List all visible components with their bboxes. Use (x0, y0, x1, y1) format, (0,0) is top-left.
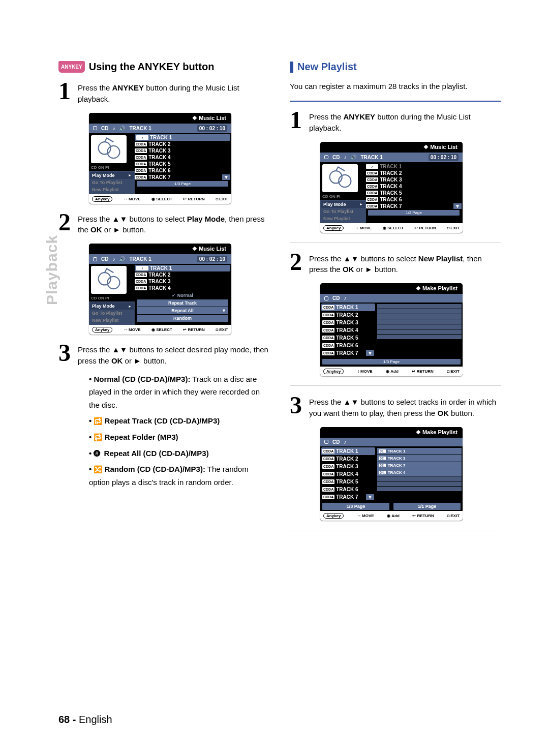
opt-repeat-track[interactable]: Repeat Track (137, 299, 228, 307)
menu-goto-playlist[interactable]: Go To Playlist (90, 179, 134, 186)
menu-play-mode[interactable]: Play Mode (321, 201, 365, 208)
left-step-2: 2 Press the ▲▼ buttons to select Play Mo… (58, 212, 269, 236)
random-icon: 🔀 (94, 464, 102, 476)
menu-new-playlist[interactable]: New Playlist (321, 215, 365, 222)
repeat-track-icon: 🔂 (94, 415, 102, 428)
divider (290, 101, 501, 102)
osd-header: CD♪🔊TRACK 1 00 : 02 : 10 (89, 124, 231, 133)
heading-anykey-text: Using the ANYKEY button (89, 61, 215, 73)
menu-new-playlist[interactable]: New Playlist (90, 317, 134, 324)
opt-random[interactable]: Random (137, 315, 228, 322)
step-number: 3 (58, 343, 71, 367)
right-step-2: 2 Press the ▲▼ buttons to select New Pla… (290, 252, 501, 276)
intro-text: You can register a maximum 28 tracks in … (290, 81, 501, 92)
step-number: 2 (58, 212, 71, 236)
repeat-all-icon: 🅐 (94, 448, 102, 460)
page-footer: 68 - English (58, 714, 112, 725)
play-mode-options-list: Normal (CD (CD-DA)/MP3): Track on a disc… (89, 373, 269, 489)
left-column: ANYKEY Using the ANYKEY button 1 Press t… (58, 61, 269, 539)
osd-make-playlist-2: Make Playlist CD♪ CDDATRACK 1 CDDATRACK … (320, 427, 463, 521)
repeat-folder-icon: 🔁 (94, 432, 102, 444)
osd-music-list-1: Music List CD♪🔊TRACK 1 00 : 02 : 10 CD O… (89, 113, 231, 204)
left-step-3: 3 Press the ▲▼ buttons to select desired… (58, 343, 269, 367)
disc-label: CD ON Pl (89, 165, 135, 171)
osd-make-playlist-1: Make Playlist CD♪ CDDATRACK 1 CDDATRACK … (320, 283, 463, 376)
heading-new-playlist-text: New Playlist (297, 61, 357, 73)
left-step-1: 1 Press the ANYKEY button during the Mus… (58, 81, 269, 105)
osd-music-list-2: Music List CD♪🔊TRACK 100 : 02 : 10 CD ON… (89, 244, 231, 335)
heading-anykey: ANYKEY Using the ANYKEY button (58, 61, 269, 73)
anykey-icon: ANYKEY (58, 61, 85, 73)
step-number: 1 (58, 81, 71, 105)
opt-repeat-all[interactable]: Repeat All▼ (137, 307, 228, 314)
menu-play-mode[interactable]: Play Mode (90, 172, 134, 179)
step-text: Press the ANYKEY button during the Music… (78, 81, 269, 105)
opt-normal[interactable]: ✓ Normal (137, 292, 228, 299)
album-art-icon (91, 135, 127, 163)
side-tab-playback: Playback (43, 235, 60, 305)
osd-footer: Anykey ↔ MOVE ◉ SELECT ↩ RETURN ◘ EXIT (89, 194, 231, 204)
step-text: Press the ▲▼ buttons to select desired p… (78, 343, 269, 367)
heading-bar-icon (290, 62, 293, 73)
selected-tracks: 01.TRACK 1 02.TRACK 3 03.TRACK 7 04.TRAC… (376, 446, 463, 502)
menu-goto-playlist[interactable]: Go To Playlist (321, 208, 365, 215)
step-text: Press the ▲▼ buttons to select Play Mode… (78, 212, 269, 236)
heading-new-playlist: New Playlist (290, 61, 501, 73)
page-body: ANYKEY Using the ANYKEY button 1 Press t… (0, 0, 549, 539)
right-step-3: 3 Press the ▲▼ buttons to select tracks … (290, 395, 501, 419)
right-step-1: 1 Press the ANYKEY button during the Mus… (290, 110, 501, 134)
track-list: ♪TRACK 1 CDDATRACK 2 CDDATRACK 3 CDDATRA… (135, 133, 231, 194)
osd-music-list-right-1: Music List CD♪🔊TRACK 100 : 02 : 10 CD ON… (320, 142, 463, 233)
right-column: New Playlist You can register a maximum … (290, 61, 501, 539)
osd-title: Music List (89, 113, 231, 124)
menu-new-playlist[interactable]: New Playlist (90, 186, 134, 193)
menu-play-mode[interactable]: Play Mode (90, 303, 134, 310)
menu-goto-playlist[interactable]: Go To Playlist (90, 310, 134, 317)
